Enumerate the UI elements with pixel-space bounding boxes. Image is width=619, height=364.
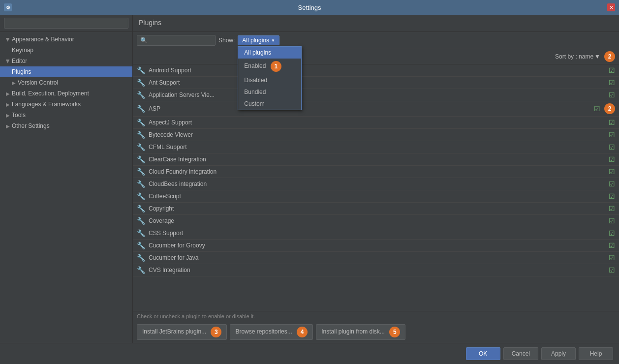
table-row[interactable]: 🔧 Cloud Foundry integration ☑ <box>133 166 619 178</box>
arrow-icon: ▶ <box>6 102 10 107</box>
sidebar-item-label: Keymap <box>12 47 33 54</box>
dropdown-item-disabled[interactable]: Disabled <box>238 74 301 86</box>
content-area: ▶ Appearance & Behavior Keymap ▶ Editor … <box>0 15 619 343</box>
arrow-icon: ▶ <box>6 123 10 129</box>
plugin-search-input[interactable] <box>137 35 216 46</box>
sidebar-item-label: Plugins <box>12 68 31 75</box>
plugin-name: Application Servers Vie... <box>149 91 609 98</box>
status-text: Check or uncheck a plugin to enable or d… <box>137 313 255 319</box>
table-row[interactable]: 🔧 CFML Support ☑ <box>133 141 619 153</box>
sidebar-item-appearance-behavior[interactable]: ▶ Appearance & Behavior <box>0 34 132 45</box>
checkbox-checked-icon: ☑ <box>609 266 615 274</box>
checkbox-checked-icon: ☑ <box>609 168 615 176</box>
plugin-icon: 🔧 <box>137 254 145 262</box>
checkbox-checked-icon: ☑ <box>609 254 615 262</box>
dropdown-item-enabled[interactable]: Enabled 1 <box>238 59 301 74</box>
show-dropdown-container: All plugins ▼ All plugins Enabled 1 Disa… <box>238 35 279 45</box>
checkbox-checked-icon: ☑ <box>609 242 615 249</box>
sidebar-item-languages-frameworks[interactable]: ▶ Languages & Frameworks <box>0 99 132 110</box>
dropdown-item-custom[interactable]: Custom <box>238 98 301 110</box>
plugin-name: CFML Support <box>149 144 609 151</box>
sidebar-item-label: Editor <box>12 58 27 64</box>
table-row[interactable]: 🔧 AspectJ Support ☑ <box>133 117 619 129</box>
help-button[interactable]: Help <box>579 347 613 360</box>
panel-title: Plugins <box>139 19 613 27</box>
plugin-icon: 🔧 <box>137 242 145 249</box>
table-row[interactable]: 🔧 ClearCase Integration ☑ <box>133 153 619 166</box>
install-from-disk-button[interactable]: Install plugin from disk... 5 <box>316 324 405 340</box>
plugin-icon: 🔧 <box>137 266 145 274</box>
plugin-name: Cloud Foundry integration <box>149 168 609 175</box>
show-dropdown-value: All plugins <box>242 37 269 44</box>
install-from-disk-label: Install plugin from disk... <box>321 328 385 335</box>
sidebar: ▶ Appearance & Behavior Keymap ▶ Editor … <box>0 15 133 343</box>
toolbar-row: Show: All plugins ▼ All plugins Enabled … <box>133 32 619 49</box>
badge-1: 1 <box>271 61 281 72</box>
checkbox-checked-icon: ☑ <box>609 91 615 99</box>
table-row[interactable]: 🔧 Cucumber for Java ☑ <box>133 252 619 264</box>
table-row[interactable]: 🔧 Bytecode Viewer ☑ <box>133 129 619 141</box>
sidebar-search-input[interactable] <box>4 18 128 29</box>
sidebar-item-label: Other Settings <box>12 122 50 129</box>
plugin-icon: 🔧 <box>137 155 145 163</box>
badge-2: 2 <box>604 51 615 62</box>
sidebar-item-build-exec-deploy[interactable]: ▶ Build, Execution, Deployment <box>0 88 132 99</box>
table-row[interactable]: 🔧 Android Support ☑ <box>133 64 619 77</box>
install-jetbrains-button[interactable]: Install JetBrains plugin... 3 <box>137 324 227 340</box>
arrow-icon: ▶ <box>6 91 10 96</box>
table-row[interactable]: 🔧 ASP ☑ 2 <box>133 101 619 117</box>
sidebar-item-label: Appearance & Behavior <box>12 36 74 43</box>
checkbox-checked-icon: ☑ <box>609 79 615 87</box>
plugin-name: Coverage <box>149 217 609 224</box>
checkbox-checked-icon: ☑ <box>594 105 600 113</box>
show-label: Show: <box>218 37 235 44</box>
plugin-icon: 🔧 <box>137 119 145 126</box>
sort-label[interactable]: Sort by : name ▼ 2 <box>555 51 615 62</box>
plugin-icon: 🔧 <box>137 168 145 176</box>
checkbox-checked-icon: ☑ <box>609 217 615 225</box>
table-row[interactable]: 🔧 Cucumber for Groovy ☑ <box>133 240 619 252</box>
badge-number: 2 <box>604 103 615 114</box>
sidebar-item-other-settings[interactable]: ▶ Other Settings <box>0 121 132 131</box>
sidebar-item-version-control[interactable]: ▶ Version Control <box>0 77 132 88</box>
browse-repositories-button[interactable]: Browse repositories... 4 <box>230 324 313 340</box>
checkbox-checked-icon: ☑ <box>609 205 615 212</box>
footer: OK Cancel Apply Help <box>0 343 619 364</box>
sort-text: Sort by : name <box>555 53 593 60</box>
ok-button[interactable]: OK <box>466 347 500 360</box>
plugin-icon: 🔧 <box>137 192 145 200</box>
table-row[interactable]: 🔧 Ant Support ☑ <box>133 77 619 89</box>
arrow-icon: ▶ <box>5 37 11 41</box>
sidebar-item-keymap[interactable]: Keymap <box>0 45 132 56</box>
sidebar-item-plugins[interactable]: Plugins <box>0 66 132 77</box>
close-button[interactable]: ✕ <box>607 3 615 11</box>
arrow-icon: ▶ <box>5 59 11 63</box>
table-row[interactable]: 🔧 CVS Integration ☑ <box>133 264 619 276</box>
table-row[interactable]: 🔧 Copyright ☑ <box>133 203 619 215</box>
table-row[interactable]: 🔧 Application Servers Vie... ☑ <box>133 89 619 101</box>
dropdown-item-all-plugins[interactable]: All plugins <box>238 47 301 59</box>
sidebar-item-tools[interactable]: ▶ Tools <box>0 110 132 121</box>
plugin-icon: 🔧 <box>137 66 145 74</box>
browse-repositories-label: Browse repositories... <box>235 328 292 335</box>
plugin-name: CloudBees integration <box>149 181 609 187</box>
apply-button[interactable]: Apply <box>541 347 576 360</box>
dropdown-item-bundled[interactable]: Bundled <box>238 86 301 98</box>
plugin-icon: 🔧 <box>137 91 145 99</box>
plugin-icon: 🔧 <box>137 229 145 237</box>
table-row[interactable]: 🔧 Coverage ☑ <box>133 215 619 227</box>
badge-3: 3 <box>211 327 221 337</box>
plugin-icon: 🔧 <box>137 143 145 151</box>
plugin-icon: 🔧 <box>137 180 145 188</box>
plugin-name: CVS Integration <box>149 267 609 273</box>
table-row[interactable]: 🔧 CoffeeScript ☑ <box>133 190 619 203</box>
sidebar-item-editor[interactable]: ▶ Editor <box>0 56 132 66</box>
table-row[interactable]: 🔧 CloudBees integration ☑ <box>133 178 619 190</box>
checkbox-checked-icon: ☑ <box>609 180 615 188</box>
plugin-name: Cucumber for Java <box>149 254 609 261</box>
table-row[interactable]: 🔧 CSS Support ☑ <box>133 227 619 240</box>
sidebar-item-label: Version Control <box>18 79 58 86</box>
show-dropdown-button[interactable]: All plugins ▼ <box>238 35 279 45</box>
cancel-button[interactable]: Cancel <box>503 347 538 360</box>
plugin-name: AspectJ Support <box>149 119 609 126</box>
